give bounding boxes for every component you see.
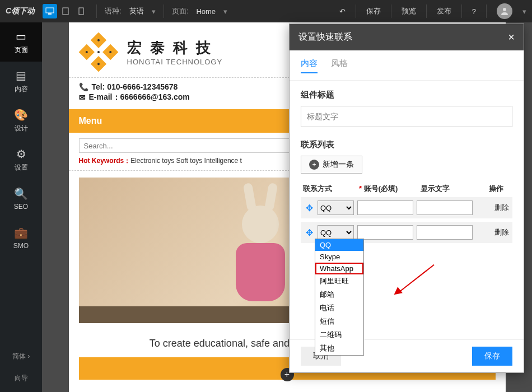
undo-icon[interactable]: ↶	[339, 7, 346, 16]
bunny-toy-large	[230, 206, 291, 312]
sidebar-guide[interactable]: 向导	[0, 370, 42, 386]
top-toolbar: C领下动 语种: 英语 ▾ 页面: Home ▾ ↶ 保存 预览 发布 ? ▾	[0, 0, 532, 22]
drag-handle-icon[interactable]: ✥	[304, 203, 314, 213]
page-icon: ▭	[16, 30, 26, 43]
modal-title: 设置快速联系	[298, 31, 352, 43]
save-button[interactable]: 保存	[472, 347, 512, 366]
account-input[interactable]	[357, 225, 413, 240]
search-icon: 🔍	[14, 187, 28, 200]
tab-style[interactable]: 风格	[331, 58, 348, 73]
table-header: 联系方式 * 账号(必填) 显示文字 操作	[301, 180, 512, 197]
device-tablet-icon[interactable]	[58, 4, 73, 18]
sidebar-lang-switch[interactable]: 简体 ›	[0, 348, 42, 365]
brand-en: HONGTAI TECHNOLOGY	[127, 58, 223, 66]
sidebar-item-content[interactable]: ▤内容	[0, 62, 42, 101]
sidebar-item-smo[interactable]: 💼SMO	[0, 218, 42, 258]
menu-label: Menu	[79, 116, 102, 126]
sidebar-item-label: 设置	[15, 163, 28, 172]
delete-button[interactable]: 删除	[494, 227, 509, 237]
sidebar-item-label: 页面	[15, 45, 28, 55]
col-account: * 账号(必填)	[359, 184, 421, 194]
publish-button[interactable]: 发布	[437, 6, 451, 16]
method-select[interactable]: QQ	[318, 225, 354, 240]
col-method: 联系方式	[303, 184, 359, 194]
left-sidebar: ▭页面 ▤内容 🎨设计 ⚙设置 🔍SEO 💼SMO 简体 › 向导	[0, 22, 42, 392]
account-input[interactable]	[357, 200, 413, 215]
gear-icon: ⚙	[16, 147, 26, 161]
avatar[interactable]	[497, 3, 512, 19]
preview-button[interactable]: 预览	[402, 6, 416, 16]
device-switch	[43, 4, 88, 18]
page-label: 页面:	[172, 6, 189, 16]
person-add-icon: +	[309, 160, 319, 170]
quick-contact-modal: 设置快速联系 × 内容 风格 组件标题 联系列表 +新增一条 联系方式 * 账号…	[289, 24, 524, 373]
app-logo: C领下动	[6, 6, 35, 16]
brand-text: 宏 泰 科 技 HONGTAI TECHNOLOGY	[127, 38, 223, 66]
dropdown-option[interactable]: 电话	[315, 301, 363, 315]
dropdown-option[interactable]: 邮箱	[315, 288, 363, 301]
company-logo	[79, 32, 118, 72]
dropdown-option[interactable]: 短信	[315, 315, 363, 328]
contact-row: ✥ QQ 删除 QQ Skype WhatsApp 阿里旺旺 邮箱 电话 短信 …	[301, 222, 512, 243]
col-display: 显示文字	[421, 184, 482, 194]
contact-row: ✥ QQ 删除	[301, 197, 512, 218]
content-icon: ▤	[16, 69, 26, 82]
help-icon[interactable]: ?	[472, 7, 476, 16]
delete-button[interactable]: 删除	[494, 203, 509, 213]
sidebar-item-label: SEO	[14, 203, 28, 211]
drag-handle-icon[interactable]: ✥	[304, 227, 314, 238]
component-title-label: 组件标题	[301, 90, 512, 100]
contact-list-label: 联系列表	[301, 139, 512, 150]
svg-point-4	[503, 8, 506, 11]
modal-tabs: 内容 风格	[290, 50, 524, 81]
sidebar-item-pages[interactable]: ▭页面	[0, 22, 42, 62]
brand-cn: 宏 泰 科 技	[127, 38, 223, 58]
svg-point-13	[97, 50, 100, 54]
svg-rect-0	[46, 8, 54, 13]
email-icon: ✉	[79, 93, 86, 102]
dropdown-option[interactable]: 阿里旺旺	[315, 274, 363, 288]
col-action: 操作	[482, 184, 510, 194]
modal-header: 设置快速联系 ×	[290, 24, 524, 50]
method-select[interactable]: QQ	[318, 200, 354, 215]
page-select[interactable]: Home	[196, 7, 216, 16]
display-input[interactable]	[417, 225, 473, 240]
dropdown-option[interactable]: 二维码	[315, 328, 363, 342]
sidebar-item-label: SMO	[13, 242, 29, 250]
display-input[interactable]	[417, 200, 473, 215]
sidebar-item-settings[interactable]: ⚙设置	[0, 140, 42, 179]
component-title-input[interactable]	[301, 106, 512, 127]
lang-select[interactable]: 英语	[129, 6, 144, 16]
add-contact-button[interactable]: +新增一条	[301, 156, 362, 174]
save-button[interactable]: 保存	[366, 6, 381, 16]
method-dropdown: QQ Skype WhatsApp 阿里旺旺 邮箱 电话 短信 二维码 其他	[315, 239, 364, 356]
sidebar-item-label: 内容	[15, 85, 28, 94]
briefcase-icon: 💼	[14, 226, 28, 240]
device-desktop-icon[interactable]	[43, 4, 57, 18]
dropdown-option[interactable]: QQ	[315, 239, 363, 251]
phone-icon: 📞	[79, 82, 88, 91]
close-icon[interactable]: ×	[508, 31, 515, 44]
svg-rect-3	[79, 8, 83, 15]
svg-rect-2	[63, 8, 68, 15]
sidebar-item-design[interactable]: 🎨设计	[0, 101, 42, 140]
device-mobile-icon[interactable]	[74, 4, 88, 18]
dropdown-option[interactable]: 其他	[315, 342, 363, 355]
palette-icon: 🎨	[14, 108, 28, 122]
svg-rect-1	[48, 13, 52, 15]
sidebar-item-label: 设计	[15, 124, 28, 133]
tab-content[interactable]: 内容	[301, 58, 318, 73]
dropdown-option[interactable]: WhatsApp	[315, 263, 363, 274]
dropdown-option[interactable]: Skype	[315, 251, 363, 263]
sidebar-item-seo[interactable]: 🔍SEO	[0, 179, 42, 218]
lang-label: 语种:	[105, 6, 122, 16]
